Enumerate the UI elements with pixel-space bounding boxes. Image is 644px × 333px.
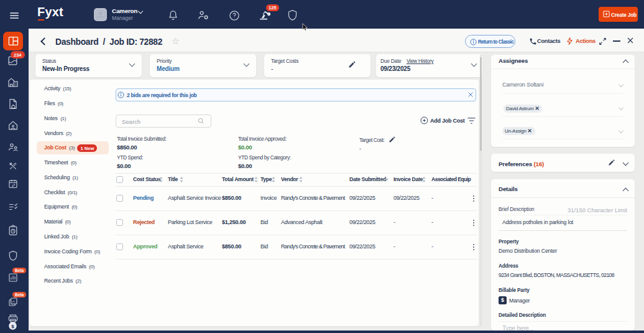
- svg-text:$: $: [11, 324, 14, 329]
